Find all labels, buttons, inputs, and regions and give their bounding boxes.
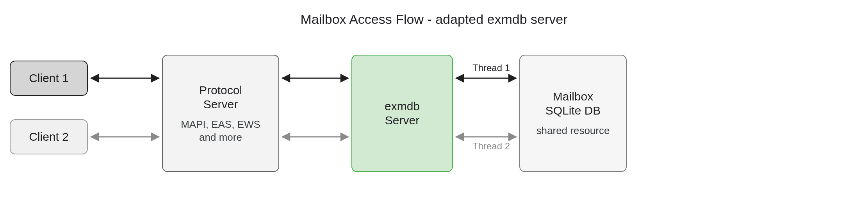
node-exmdb-server: exmdb Server	[351, 55, 453, 172]
mailbox-sub1: shared resource	[536, 125, 610, 137]
label-thread-1: Thread 1	[472, 63, 510, 73]
exmdb-line1: exmdb	[385, 99, 420, 113]
diagram-canvas: Mailbox Access Flow - adapted exmdb serv…	[0, 0, 868, 224]
diagram-title: Mailbox Access Flow - adapted exmdb serv…	[0, 12, 868, 27]
label-thread-2: Thread 2	[472, 141, 510, 152]
node-mailbox-db: Mailbox SQLite DB shared resource	[519, 55, 627, 172]
protocol-sub2: and more	[199, 131, 242, 143]
protocol-line2: Server	[203, 97, 238, 111]
node-client-2: Client 2	[10, 119, 88, 154]
node-client-1-label: Client 1	[29, 71, 69, 85]
node-client-2-label: Client 2	[29, 130, 69, 144]
exmdb-line2: Server	[385, 113, 419, 127]
mailbox-line1: Mailbox	[553, 90, 593, 104]
node-client-1: Client 1	[10, 61, 88, 96]
node-protocol-server: Protocol Server MAPI, EAS, EWS and more	[162, 55, 279, 172]
protocol-sub1: MAPI, EAS, EWS	[181, 118, 260, 131]
protocol-line1: Protocol	[199, 83, 242, 97]
mailbox-line2: SQLite DB	[545, 104, 601, 118]
